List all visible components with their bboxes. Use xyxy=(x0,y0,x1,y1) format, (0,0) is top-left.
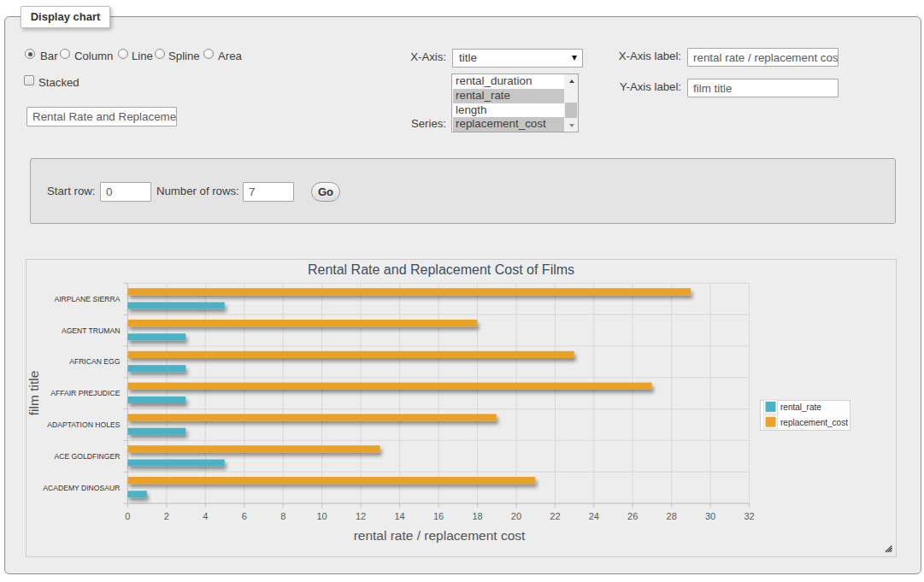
svg-text:rental rate / replacement cost: rental rate / replacement cost xyxy=(354,528,526,543)
svg-text:14: 14 xyxy=(394,511,404,521)
svg-text:AFRICAN EGG: AFRICAN EGG xyxy=(69,357,121,366)
svg-text:0: 0 xyxy=(125,511,130,521)
svg-text:8: 8 xyxy=(280,511,285,521)
svg-text:28: 28 xyxy=(667,511,677,521)
svg-text:AFFAIR PREJUDICE: AFFAIR PREJUDICE xyxy=(50,389,120,397)
svg-text:4: 4 xyxy=(203,511,208,521)
svg-text:ADAPTATION HOLES: ADAPTATION HOLES xyxy=(47,420,120,429)
svg-text:18: 18 xyxy=(472,511,482,521)
svg-text:12: 12 xyxy=(356,511,366,521)
svg-text:26: 26 xyxy=(627,511,638,521)
svg-text:film title: film title xyxy=(26,371,41,416)
svg-text:ACE GOLDFINGER: ACE GOLDFINGER xyxy=(55,452,121,461)
svg-text:16: 16 xyxy=(433,511,444,521)
svg-text:2: 2 xyxy=(164,511,169,521)
svg-text:replacement_cost: replacement_cost xyxy=(780,418,848,427)
svg-text:AGENT TRUMAN: AGENT TRUMAN xyxy=(62,326,120,335)
svg-text:24: 24 xyxy=(589,511,599,521)
svg-text:Rental Rate and Replacement Co: Rental Rate and Replacement Cost of Film… xyxy=(308,262,574,277)
svg-text:10: 10 xyxy=(316,511,327,521)
svg-text:AIRPLANE SIERRA: AIRPLANE SIERRA xyxy=(55,295,121,303)
svg-text:32: 32 xyxy=(744,511,754,521)
svg-text:ACADEMY DINOSAUR: ACADEMY DINOSAUR xyxy=(43,484,120,492)
svg-text:30: 30 xyxy=(705,511,715,521)
svg-text:rental_rate: rental_rate xyxy=(780,403,821,412)
svg-text:6: 6 xyxy=(242,511,247,521)
svg-text:22: 22 xyxy=(550,511,560,521)
svg-text:20: 20 xyxy=(511,511,521,521)
